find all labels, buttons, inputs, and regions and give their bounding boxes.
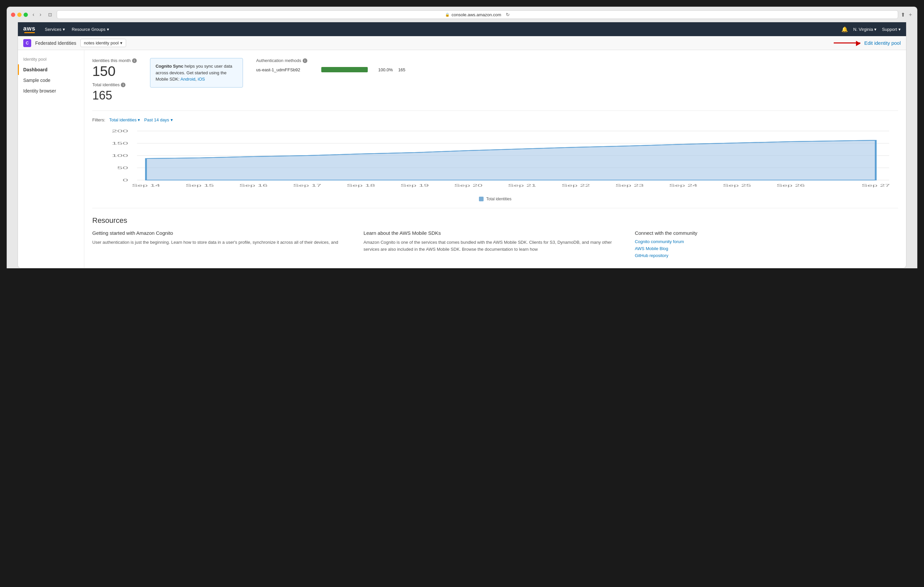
- auth-method-progress-fill: [321, 67, 368, 72]
- sidebar-section-title: Identity pool: [18, 57, 84, 64]
- address-bar[interactable]: 🔒 console.aws.amazon.com ↻: [57, 10, 898, 19]
- resources-title: Resources: [92, 216, 898, 225]
- region-label: N. Virginia: [853, 27, 873, 32]
- sidebar-identity-browser-label: Identity browser: [23, 88, 56, 94]
- auth-methods-title: Authentication methods i: [256, 58, 898, 63]
- svg-text:100: 100: [112, 153, 128, 158]
- svg-text:Sep 26: Sep 26: [777, 184, 805, 187]
- traffic-lights: [11, 13, 28, 17]
- new-tab-button[interactable]: ＋: [908, 11, 913, 18]
- resource-text-2: Amazon Cognito is one of the services th…: [363, 239, 627, 253]
- cognito-forum-link[interactable]: Cognito community forum: [635, 239, 898, 244]
- minimize-button[interactable]: [17, 13, 21, 17]
- chart-legend: Total identities: [92, 197, 898, 201]
- aws-logo-text: aws: [23, 26, 36, 31]
- aws-logo-bar: [24, 32, 35, 33]
- divider: [92, 110, 898, 111]
- filters-row: Filters: Total identities ▾ Past 14 days…: [92, 117, 898, 122]
- support-chevron-icon: ▾: [898, 27, 901, 32]
- resource-groups-chevron-icon: ▾: [107, 27, 109, 32]
- pool-name-label: notes identity pool: [84, 41, 119, 46]
- resource-text-1: User authentication is just the beginnin…: [92, 239, 355, 246]
- resource-col-community: Connect with the community Cognito commu…: [635, 230, 898, 260]
- svg-text:Sep 24: Sep 24: [669, 184, 697, 187]
- svg-text:200: 200: [112, 129, 128, 133]
- svg-text:Sep 27: Sep 27: [861, 184, 890, 187]
- pool-dropdown-chevron-icon: ▾: [120, 41, 122, 46]
- svg-text:Sep 14: Sep 14: [132, 184, 160, 187]
- services-label: Services: [45, 27, 61, 32]
- comma-separator: ,: [195, 77, 198, 82]
- svg-text:150: 150: [112, 141, 128, 145]
- support-menu[interactable]: Support ▾: [882, 27, 901, 32]
- svg-text:Sep 25: Sep 25: [723, 184, 751, 187]
- main-layout: Identity pool Dashboard Sample code Iden…: [18, 50, 906, 268]
- sidebar-item-sample-code[interactable]: Sample code: [18, 75, 84, 86]
- federated-identities-breadcrumb[interactable]: Federated Identities: [35, 41, 76, 46]
- resource-col-title-3: Connect with the community: [635, 230, 898, 236]
- svg-text:Sep 18: Sep 18: [347, 184, 375, 187]
- identities-this-month-label: Identities this month i: [92, 58, 137, 63]
- cognito-service-icon: C: [23, 39, 31, 47]
- sidebar-item-dashboard[interactable]: Dashboard: [18, 64, 84, 75]
- svg-text:Sep 17: Sep 17: [293, 184, 321, 187]
- sidebar-item-identity-browser[interactable]: Identity browser: [18, 86, 84, 96]
- resource-col-getting-started: Getting started with Amazon Cognito User…: [92, 230, 355, 260]
- auth-method-percentage: 100.0%: [373, 67, 393, 72]
- identities-this-month-count: 150: [92, 64, 137, 78]
- total-identities-info-icon[interactable]: i: [121, 82, 125, 87]
- red-arrow-icon: [834, 43, 860, 43]
- auth-methods-info-icon[interactable]: i: [303, 58, 307, 63]
- identities-this-month-block: Identities this month i 150 Total identi…: [92, 58, 137, 102]
- region-selector[interactable]: N. Virginia ▾: [853, 27, 877, 32]
- github-repo-link[interactable]: GitHub repository: [635, 253, 898, 258]
- share-action-button[interactable]: ⬆: [901, 11, 905, 18]
- legend-label: Total identities: [486, 197, 512, 201]
- resource-groups-nav-link[interactable]: Resource Groups ▾: [72, 27, 109, 32]
- resource-groups-label: Resource Groups: [72, 27, 106, 32]
- resource-col-mobile-sdks: Learn about the AWS Mobile SDKs Amazon C…: [363, 230, 627, 260]
- services-chevron-icon: ▾: [63, 27, 65, 32]
- pool-selector-dropdown[interactable]: notes identity pool ▾: [80, 39, 126, 47]
- url-text: console.aws.amazon.com: [452, 12, 502, 17]
- svg-text:Sep 15: Sep 15: [186, 184, 214, 187]
- identities-chart: 200 150 100 50 0 Sep 14: [92, 128, 898, 194]
- svg-text:Sep 21: Sep 21: [508, 184, 536, 187]
- forward-button[interactable]: ›: [38, 11, 43, 18]
- svg-text:Sep 22: Sep 22: [561, 184, 590, 187]
- content-area: Identities this month i 150 Total identi…: [84, 50, 906, 268]
- region-chevron-icon: ▾: [874, 27, 876, 32]
- chart-area: [146, 140, 876, 180]
- svg-text:Sep 23: Sep 23: [615, 184, 644, 187]
- stats-row: Identities this month i 150 Total identi…: [92, 58, 898, 102]
- android-sdk-link[interactable]: Android: [181, 77, 195, 82]
- lock-icon: 🔒: [445, 13, 450, 17]
- auth-method-row: us-east-1_udmFFSb92 100.0% 165: [256, 67, 898, 72]
- back-button[interactable]: ‹: [31, 11, 36, 18]
- auth-methods-block: Authentication methods i us-east-1_udmFF…: [256, 58, 898, 72]
- maximize-button[interactable]: [23, 13, 28, 17]
- identities-info-icon[interactable]: i: [132, 58, 137, 63]
- close-button[interactable]: [11, 13, 15, 17]
- time-range-filter-dropdown[interactable]: Past 14 days ▾: [144, 117, 173, 122]
- nav-buttons: ‹ ›: [31, 11, 43, 18]
- aws-mobile-blog-link[interactable]: AWS Mobile Blog: [635, 246, 898, 251]
- support-label: Support: [882, 27, 897, 32]
- services-nav-link[interactable]: Services ▾: [45, 27, 65, 32]
- cognito-sync-info-box: Cognito Sync helps you sync user data ac…: [150, 58, 243, 87]
- svg-text:Sep 16: Sep 16: [239, 184, 267, 187]
- chart-svg: 200 150 100 50 0 Sep 14: [92, 128, 898, 194]
- sidebar-sample-code-label: Sample code: [23, 77, 50, 83]
- total-identities-filter-dropdown[interactable]: Total identities ▾: [109, 117, 140, 122]
- svg-text:0: 0: [122, 178, 128, 182]
- edit-identity-pool-button[interactable]: Edit identity pool: [864, 40, 901, 46]
- aws-logo[interactable]: aws: [23, 26, 36, 33]
- reload-button[interactable]: ↻: [506, 12, 510, 17]
- filters-label: Filters:: [92, 117, 105, 122]
- notifications-icon[interactable]: 🔔: [842, 26, 848, 33]
- resources-grid: Getting started with Amazon Cognito User…: [92, 230, 898, 260]
- svg-text:50: 50: [117, 166, 128, 170]
- ios-sdk-link[interactable]: iOS: [198, 77, 205, 82]
- share-button[interactable]: ⊡: [46, 11, 54, 18]
- resource-col-title-1: Getting started with Amazon Cognito: [92, 230, 355, 236]
